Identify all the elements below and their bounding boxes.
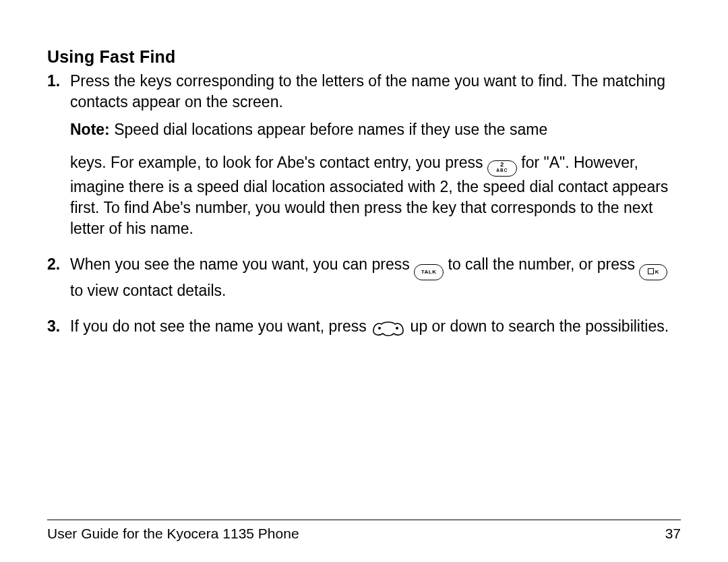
note-label: Note: <box>70 121 110 138</box>
key-ok-label: K <box>642 265 665 280</box>
key-2abc-icon: 2 ABC <box>487 160 517 177</box>
step-3: If you do not see the name you want, pre… <box>70 316 681 343</box>
step-1-text: Press the keys corresponding to the lett… <box>70 72 665 111</box>
step-3-b: up or down to search the possibilities. <box>411 317 669 335</box>
step-2-b: to call the number, or press <box>448 255 640 273</box>
note-text-1b: Speed dial locations appear before names… <box>114 121 547 138</box>
footer-rule <box>47 520 681 520</box>
section-heading: Using Fast Find <box>47 47 681 67</box>
step-1-note-line2: keys. For example, to look for Abe's con… <box>70 152 681 239</box>
footer-title: User Guide for the Kyocera 1135 Phone <box>47 526 299 542</box>
svg-point-1 <box>396 327 398 330</box>
footer-page-number: 37 <box>665 526 681 542</box>
step-2-a: When you see the name you want, you can … <box>70 255 414 273</box>
steps-list: Press the keys corresponding to the lett… <box>47 71 681 343</box>
step-1-note-line1: Note: Speed dial locations appear before… <box>70 119 681 140</box>
key-talk-label: TALK <box>417 265 441 280</box>
nav-key-icon <box>371 319 406 343</box>
page-footer: User Guide for the Kyocera 1135 Phone 37 <box>47 526 681 542</box>
svg-point-0 <box>378 327 381 330</box>
document-page: Using Fast Find Press the keys correspon… <box>0 0 728 562</box>
key-ok-text: K <box>655 269 659 275</box>
note-text-2a: keys. For example, to look for Abe's con… <box>70 154 487 171</box>
step-2: When you see the name you want, you can … <box>70 254 681 301</box>
step-3-a: If you do not see the name you want, pre… <box>70 317 371 335</box>
key-talk-icon: TALK <box>414 264 444 280</box>
key-ok-icon: K <box>639 264 667 280</box>
step-1: Press the keys corresponding to the lett… <box>70 71 681 239</box>
key-2-digit: 2 <box>490 162 514 168</box>
step-2-c: to view contact details. <box>70 282 226 299</box>
key-2-letters: ABC <box>490 168 514 173</box>
